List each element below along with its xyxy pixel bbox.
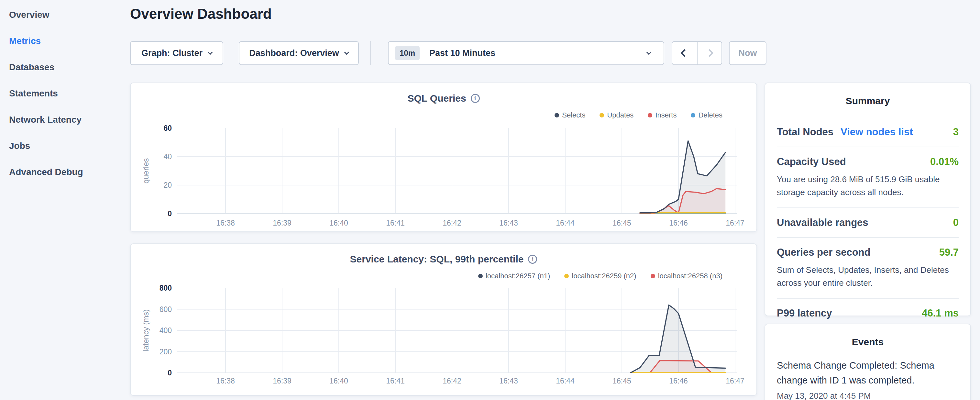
events-panel: Events Schema Change Completed: Schema c…: [765, 324, 971, 400]
graph-dropdown-label: Graph: Cluster: [142, 48, 202, 58]
svg-text:16:43: 16:43: [499, 377, 518, 385]
summary-row-name: Queries per second: [777, 247, 870, 258]
svg-text:16:42: 16:42: [442, 377, 461, 385]
controls-bar: Graph: Cluster Dashboard: Overview 10m P…: [130, 41, 767, 65]
event-text: Schema Change Completed: Schema change w…: [777, 358, 959, 388]
summary-panel: Summary Total NodesView nodes list3Capac…: [765, 83, 971, 316]
svg-text:16:41: 16:41: [386, 219, 405, 227]
dashboard-dropdown[interactable]: Dashboard: Overview: [239, 41, 359, 65]
sidebar-item-network-latency[interactable]: Network Latency: [9, 115, 130, 141]
summary-heading: Summary: [765, 96, 970, 107]
summary-row-value: 0: [953, 217, 959, 228]
svg-text:16:40: 16:40: [329, 377, 348, 385]
time-prev-button[interactable]: [672, 42, 697, 64]
summary-row-value: 3: [953, 126, 959, 138]
svg-text:16:44: 16:44: [556, 377, 574, 385]
sidebar-item-jobs[interactable]: Jobs: [9, 141, 130, 167]
svg-text:16:38: 16:38: [216, 219, 235, 227]
sidebar: OverviewMetricsDatabasesStatementsNetwor…: [0, 0, 130, 400]
svg-text:200: 200: [159, 347, 172, 356]
time-range-dropdown[interactable]: 10m Past 10 Minutes: [388, 41, 664, 65]
time-step-button-group: [672, 41, 722, 65]
summary-row-value: 46.1 ms: [922, 308, 959, 319]
summary-row-unavailable-ranges: Unavailable ranges0: [777, 207, 959, 237]
svg-text:0: 0: [168, 369, 172, 377]
events-heading: Events: [765, 336, 970, 347]
svg-text:0: 0: [168, 209, 172, 218]
graph-dropdown[interactable]: Graph: Cluster: [130, 41, 223, 65]
svg-text:16:44: 16:44: [556, 219, 574, 227]
view-nodes-list-link[interactable]: View nodes list: [840, 126, 913, 138]
svg-text:60: 60: [163, 124, 172, 132]
svg-text:16:39: 16:39: [273, 377, 291, 385]
chevron-down-icon: [344, 49, 349, 55]
chevron-down-icon: [208, 49, 213, 55]
summary-row-value: 59.7: [939, 247, 959, 258]
event-timestamp: May 13, 2020 at 4:45 PM: [777, 391, 959, 400]
svg-text:20: 20: [163, 181, 172, 189]
chevron-left-icon: [680, 49, 689, 57]
svg-text:16:39: 16:39: [273, 219, 291, 227]
sql-queries-plot: 16:3816:3916:4016:4116:4216:4316:4416:45…: [131, 83, 758, 233]
svg-text:16:45: 16:45: [612, 219, 631, 227]
svg-text:16:43: 16:43: [499, 219, 518, 227]
svg-text:16:42: 16:42: [442, 219, 461, 227]
time-range-label: Past 10 Minutes: [430, 48, 495, 58]
svg-text:latency (ms): latency (ms): [142, 309, 150, 352]
svg-text:40: 40: [163, 153, 172, 161]
summary-row-description: You are using 28.6 MiB of 515.9 GiB usab…: [777, 173, 959, 199]
time-range-badge: 10m: [395, 46, 420, 60]
svg-text:600: 600: [159, 305, 172, 314]
summary-row-name: Unavailable ranges: [777, 217, 869, 228]
summary-row-name: Capacity Used: [777, 156, 846, 167]
service-latency-chart-card: Service Latency: SQL, 99th percentile i …: [130, 243, 757, 396]
svg-text:16:45: 16:45: [612, 377, 631, 385]
svg-text:16:46: 16:46: [669, 219, 688, 227]
sidebar-item-metrics[interactable]: Metrics: [9, 36, 130, 62]
summary-row-capacity-used: Capacity Used0.01%You are using 28.6 MiB…: [777, 147, 959, 207]
svg-text:16:47: 16:47: [726, 377, 745, 385]
svg-text:800: 800: [159, 284, 172, 292]
page-title: Overview Dashboard: [130, 6, 272, 22]
time-next-button[interactable]: [697, 42, 721, 64]
sql-queries-chart-card: SQL Queries i SelectsUpdatesInsertsDelet…: [130, 83, 757, 232]
svg-text:16:41: 16:41: [386, 377, 405, 385]
dashboard-dropdown-label: Dashboard: Overview: [249, 48, 339, 58]
sidebar-item-statements[interactable]: Statements: [9, 88, 130, 115]
service-latency-plot: 16:3816:3916:4016:4116:4216:4316:4416:45…: [131, 244, 758, 397]
divider: [370, 41, 371, 65]
chevron-down-icon: [646, 49, 652, 55]
now-button[interactable]: Now: [729, 41, 767, 65]
sidebar-item-overview[interactable]: Overview: [9, 10, 130, 36]
svg-text:queries: queries: [142, 158, 150, 184]
event-item[interactable]: Schema Change Completed: Schema change w…: [777, 358, 959, 400]
svg-text:400: 400: [159, 326, 172, 335]
summary-row-value: 0.01%: [930, 156, 959, 167]
sidebar-item-databases[interactable]: Databases: [9, 62, 130, 88]
summary-row-name: Total Nodes: [777, 126, 834, 138]
svg-text:16:46: 16:46: [669, 377, 688, 385]
summary-row-total-nodes: Total NodesView nodes list3: [777, 118, 959, 147]
svg-text:16:40: 16:40: [329, 219, 348, 227]
svg-text:16:38: 16:38: [216, 377, 235, 385]
summary-row-description: Sum of Selects, Updates, Inserts, and De…: [777, 263, 959, 289]
summary-row-queries-per-second: Queries per second59.7Sum of Selects, Up…: [777, 237, 959, 298]
summary-row-name: P99 latency: [777, 308, 832, 319]
svg-text:16:47: 16:47: [726, 219, 745, 227]
chevron-right-icon: [705, 49, 713, 57]
sidebar-item-advanced-debug[interactable]: Advanced Debug: [9, 167, 130, 193]
